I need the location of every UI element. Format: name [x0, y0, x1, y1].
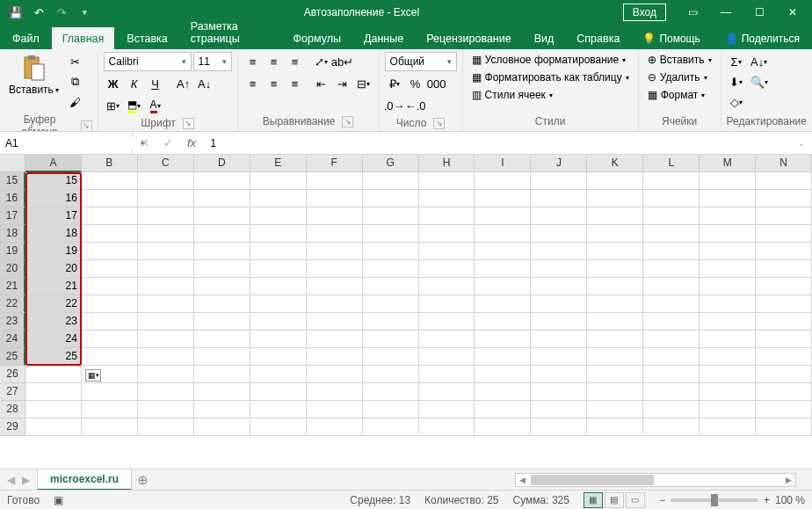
cell[interactable] [363, 207, 419, 225]
alignment-dialog-launcher[interactable]: ↘ [342, 116, 353, 127]
cell[interactable] [643, 172, 700, 190]
cell[interactable] [700, 313, 756, 331]
cell[interactable] [194, 190, 250, 207]
autofill-options-icon[interactable]: ▦▾ [85, 369, 101, 382]
cell[interactable] [587, 331, 643, 348]
cell[interactable] [756, 418, 812, 436]
column-header[interactable]: M [700, 155, 756, 172]
cell[interactable] [82, 260, 138, 278]
cell[interactable] [475, 190, 531, 207]
number-dialog-launcher[interactable]: ↘ [433, 118, 445, 129]
cell[interactable] [643, 348, 700, 366]
cell[interactable] [531, 295, 587, 313]
italic-button[interactable]: К [125, 74, 144, 93]
fx-icon[interactable]: fx [184, 133, 199, 153]
cell[interactable] [587, 278, 643, 295]
sort-filter-icon[interactable]: A↓▾ [750, 52, 769, 71]
cell[interactable] [194, 278, 250, 295]
select-all-button[interactable] [0, 155, 25, 172]
cell[interactable] [700, 243, 756, 260]
row-header[interactable]: 23 [0, 313, 25, 331]
cell[interactable] [587, 418, 643, 436]
row-header[interactable]: 18 [0, 225, 25, 243]
cell[interactable] [82, 225, 138, 243]
cell[interactable] [643, 295, 700, 313]
cell[interactable]: 24 [25, 331, 82, 348]
save-icon[interactable]: 💾 [5, 2, 26, 23]
font-family-combo[interactable]: Calibri▾ [104, 52, 192, 71]
cell[interactable]: 21 [25, 278, 82, 295]
cell[interactable] [82, 295, 138, 313]
cell[interactable] [700, 260, 756, 278]
cell[interactable] [700, 366, 756, 383]
increase-font-icon[interactable]: A↑ [174, 74, 193, 93]
cell[interactable] [700, 190, 756, 207]
format-as-table-button[interactable]: ▦Форматировать как таблицу▾ [468, 69, 633, 85]
cell[interactable] [363, 225, 419, 243]
cell[interactable] [419, 366, 475, 383]
row-header[interactable]: 25 [0, 348, 25, 366]
cell[interactable] [194, 243, 250, 260]
cell[interactable] [307, 243, 363, 260]
cell[interactable]: 22 [25, 295, 82, 313]
cell[interactable] [307, 225, 363, 243]
cell[interactable] [307, 207, 363, 225]
align-top-icon[interactable]: ≡ [243, 52, 263, 71]
cell[interactable] [138, 331, 194, 348]
font-dialog-launcher[interactable]: ↘ [183, 118, 194, 129]
row-header[interactable]: 19 [0, 243, 25, 260]
cell[interactable] [643, 260, 700, 278]
format-painter-icon[interactable]: 🖌 [66, 92, 85, 112]
row-header[interactable]: 22 [0, 295, 25, 313]
font-size-combo[interactable]: 11▾ [193, 52, 232, 71]
cell[interactable] [250, 225, 307, 243]
ribbon-display-icon[interactable]: ▭ [677, 2, 708, 23]
cell[interactable] [307, 278, 363, 295]
cell[interactable] [700, 172, 756, 190]
cell[interactable] [194, 331, 250, 348]
cell[interactable] [138, 401, 194, 418]
tab-layout[interactable]: Разметка страницы [180, 15, 281, 49]
cell[interactable] [531, 207, 587, 225]
cell[interactable] [363, 278, 419, 295]
insert-cells-button[interactable]: ⊕Вставить▾ [644, 52, 715, 68]
cell[interactable] [419, 295, 475, 313]
fill-color-icon[interactable]: ⬒▾ [125, 96, 144, 115]
cell[interactable] [531, 401, 587, 418]
clipboard-dialog-launcher[interactable]: ↘ [81, 120, 92, 132]
cell[interactable] [643, 418, 700, 436]
accounting-format-icon[interactable]: ₽▾ [385, 74, 404, 93]
cell[interactable] [307, 383, 363, 401]
macro-record-icon[interactable]: ▣ [54, 494, 63, 506]
cell[interactable] [531, 348, 587, 366]
cell[interactable] [700, 278, 756, 295]
cell[interactable] [587, 172, 643, 190]
column-header[interactable]: B [82, 155, 138, 172]
name-box-input[interactable] [5, 137, 137, 149]
cell[interactable] [700, 225, 756, 243]
cell[interactable] [307, 348, 363, 366]
wrap-text-icon[interactable]: ab↵ [333, 52, 352, 71]
paste-button[interactable]: Вставить▾ [5, 52, 62, 98]
cell[interactable]: 16 [25, 190, 82, 207]
tab-home[interactable]: Главная [52, 27, 115, 49]
cell[interactable] [531, 366, 587, 383]
cell[interactable] [531, 278, 587, 295]
cell[interactable] [756, 190, 812, 207]
zoom-in-icon[interactable]: + [764, 494, 770, 506]
column-header[interactable]: N [756, 155, 812, 172]
column-header[interactable]: E [250, 155, 307, 172]
tab-formulas[interactable]: Формулы [283, 27, 352, 49]
cell[interactable] [250, 172, 307, 190]
cell[interactable] [756, 313, 812, 331]
cell[interactable] [82, 190, 138, 207]
cell[interactable] [419, 383, 475, 401]
cell[interactable] [194, 348, 250, 366]
row-header[interactable]: 29 [0, 418, 25, 436]
cut-icon[interactable]: ✂ [66, 52, 85, 71]
cell[interactable] [25, 366, 82, 383]
cell[interactable] [756, 207, 812, 225]
cell[interactable] [363, 366, 419, 383]
cell[interactable] [363, 331, 419, 348]
cell[interactable] [194, 260, 250, 278]
